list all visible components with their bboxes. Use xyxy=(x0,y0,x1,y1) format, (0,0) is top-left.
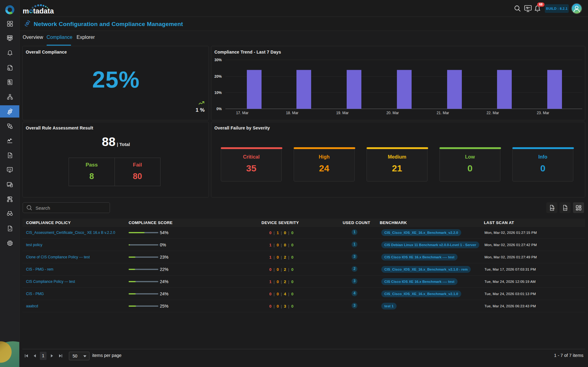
svg-text:17. Mar: 17. Mar xyxy=(236,111,249,115)
svg-text:10%: 10% xyxy=(214,91,222,95)
svg-text:18. Mar: 18. Mar xyxy=(286,111,299,115)
svg-text:PDF: PDF xyxy=(551,207,555,209)
svg-text:0%: 0% xyxy=(217,107,222,111)
svg-text:20. Mar: 20. Mar xyxy=(386,111,399,115)
svg-text:m: m xyxy=(23,7,29,15)
svg-text:22. Mar: 22. Mar xyxy=(487,111,499,115)
svg-text:tadata: tadata xyxy=(33,7,54,15)
svg-text:20%: 20% xyxy=(214,74,222,79)
svg-text:19. Mar: 19. Mar xyxy=(336,111,349,115)
svg-text:30%: 30% xyxy=(214,58,222,62)
svg-text:21. Mar: 21. Mar xyxy=(437,111,449,115)
svg-text:CSV: CSV xyxy=(564,208,567,209)
svg-text:23. Mar: 23. Mar xyxy=(537,111,549,115)
